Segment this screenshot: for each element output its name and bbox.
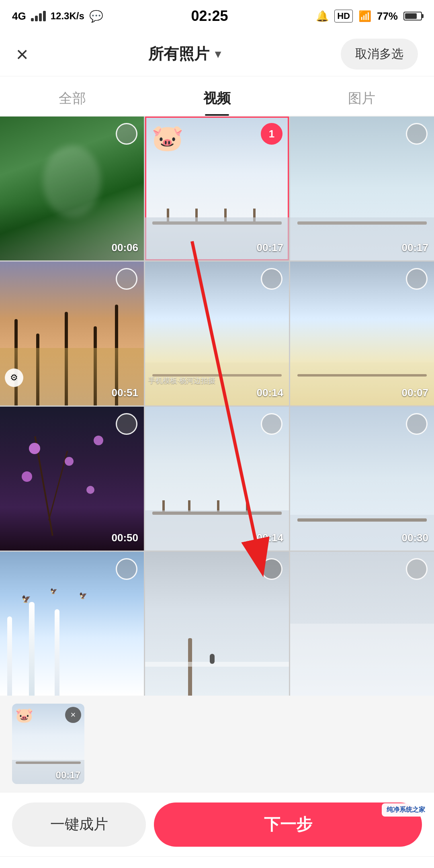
pig-emoji-icon: 🐷	[151, 123, 184, 153]
time-display: 02:25	[191, 8, 228, 25]
selection-number: 1	[269, 128, 274, 140]
select-circle[interactable]	[116, 268, 137, 290]
select-circle[interactable]	[116, 558, 137, 580]
tab-photo[interactable]: 图片	[289, 89, 434, 116]
duration-label: 00:06	[112, 242, 139, 254]
album-title-text: 所有照片	[148, 44, 209, 64]
format-icon: ⚙	[5, 368, 23, 387]
page-header: × 所有照片 ▾ 取消多选	[0, 32, 434, 76]
status-bar: 4G 12.3K/s 💬 02:25 🔔 HD 📶 77%	[0, 0, 434, 32]
duration-label: 00:51	[112, 387, 139, 399]
select-circle[interactable]	[261, 558, 283, 580]
list-item[interactable]: 🦅 🦅 🦅	[0, 552, 144, 696]
select-circle[interactable]	[261, 413, 283, 435]
list-item[interactable]: 手机模板·杨河边拍摄 00:14	[145, 262, 289, 405]
list-item[interactable]	[145, 552, 289, 696]
select-circle[interactable]	[406, 413, 428, 435]
tab-all[interactable]: 全部	[0, 89, 145, 116]
select-circle[interactable]	[261, 268, 283, 290]
selected-remove-button[interactable]: ×	[65, 707, 81, 723]
list-item[interactable]: 🐷 1 00:17	[145, 117, 289, 260]
selected-preview-strip: 🐷 × 00:17	[0, 696, 434, 792]
duration-label: 00:30	[402, 532, 429, 544]
battery-percent: 77%	[377, 10, 398, 23]
hd-badge: HD	[334, 10, 353, 23]
selected-duration-label: 00:17	[56, 770, 80, 781]
wechat-icon: 💬	[89, 10, 103, 23]
data-speed: 12.3K/s	[51, 10, 84, 22]
select-circle[interactable]	[116, 123, 137, 145]
duration-label: 00:07	[402, 387, 429, 399]
select-circle[interactable]	[406, 123, 428, 145]
tabs-bar: 全部 视频 图片	[0, 76, 434, 117]
signal-icon	[31, 11, 46, 21]
battery-icon	[403, 12, 422, 20]
dropdown-arrow-icon[interactable]: ▾	[215, 47, 221, 61]
duration-label: 00:14	[257, 387, 284, 399]
list-item[interactable]: 00:07	[290, 262, 434, 405]
duration-label: 00:17	[257, 242, 284, 254]
select-circle[interactable]	[406, 268, 428, 290]
cancel-multiselect-button[interactable]: 取消多选	[341, 39, 418, 70]
selected-pig-icon: 🐷	[15, 707, 33, 724]
watermark-text: 手机模板·杨河边拍摄	[148, 376, 215, 385]
list-item[interactable]: 00:50	[0, 407, 144, 551]
network-type: 4G	[12, 10, 26, 23]
list-item[interactable]: 00:06	[0, 117, 144, 260]
list-item[interactable]: 00:14	[145, 407, 289, 551]
duration-label: 00:50	[112, 532, 139, 544]
auto-create-button[interactable]: 一键成片	[12, 802, 146, 847]
duration-label: 00:14	[257, 532, 284, 544]
select-circle[interactable]	[116, 413, 137, 435]
bottom-actions-bar: 一键成片 下一步	[0, 792, 434, 856]
tab-video[interactable]: 视频	[145, 89, 289, 116]
header-title: 所有照片 ▾	[148, 44, 221, 64]
list-item[interactable]	[290, 552, 434, 696]
duration-label: 00:17	[402, 242, 429, 254]
list-item[interactable]: 00:30	[290, 407, 434, 551]
close-button[interactable]: ×	[16, 44, 28, 65]
watermark-logo: 纯净系统之家	[382, 803, 430, 817]
select-circle[interactable]	[406, 558, 428, 580]
wifi-icon: 📶	[358, 10, 371, 23]
alarm-icon: 🔔	[316, 10, 329, 23]
media-grid: 00:06 🐷 1 00:17	[0, 117, 434, 696]
list-item[interactable]: 00:17	[290, 117, 434, 260]
list-item[interactable]: ⚙ 00:51	[0, 262, 144, 405]
media-grid-container: 00:06 🐷 1 00:17	[0, 117, 434, 696]
navigation-bar: ☰ ⌂ ↩	[0, 856, 434, 868]
select-circle-selected[interactable]: 1	[261, 123, 283, 145]
selected-thumbnail: 🐷 × 00:17	[12, 704, 84, 784]
